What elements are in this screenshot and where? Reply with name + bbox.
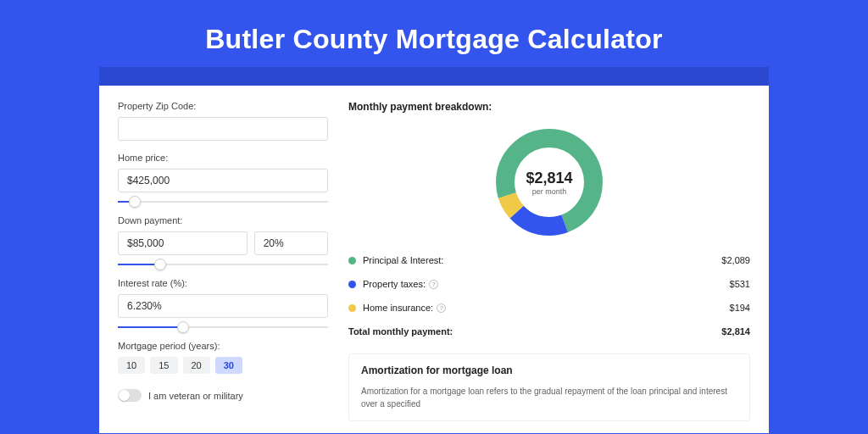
legend: Principal & Interest:$2,089Property taxe… [348, 248, 750, 320]
down-label: Down payment: [118, 215, 328, 225]
donut-center-value: $2,814 [526, 170, 572, 187]
legend-row: Property taxes:?$531 [348, 272, 750, 296]
legend-swatch [348, 304, 356, 312]
info-icon[interactable]: ? [429, 280, 438, 289]
header-banner [99, 67, 769, 86]
period-pills: 10152030 [118, 357, 328, 374]
legend-label: Principal & Interest: [363, 255, 443, 265]
donut-chart: $2,814 per month [348, 121, 750, 248]
period-option-10[interactable]: 10 [118, 357, 145, 374]
slider-fill [118, 326, 183, 328]
zip-label: Property Zip Code: [118, 101, 328, 111]
breakdown-title: Monthly payment breakdown: [348, 101, 750, 113]
rate-label: Interest rate (%): [118, 278, 328, 288]
donut-center-sub: per month [526, 187, 572, 196]
rate-input[interactable] [118, 294, 328, 318]
legend-total-label: Total monthly payment: [348, 326, 453, 337]
calculator-panel: Property Zip Code: Home price: Down paym… [99, 86, 769, 433]
legend-row: Principal & Interest:$2,089 [348, 248, 750, 272]
legend-total-amount: $2,814 [721, 326, 750, 337]
amortization-section: Amortization for mortgage loan Amortizat… [348, 353, 750, 421]
down-percent-input[interactable] [254, 231, 328, 255]
price-group: Home price: [118, 153, 328, 192]
period-option-20[interactable]: 20 [183, 357, 210, 374]
price-label: Home price: [118, 153, 328, 163]
legend-amount: $194 [730, 303, 750, 313]
amortization-title: Amortization for mortgage loan [361, 364, 737, 376]
legend-row: Home insurance:?$194 [348, 296, 750, 320]
period-group: Mortgage period (years): 10152030 [118, 341, 328, 374]
slider-track [118, 201, 328, 203]
legend-total-row: Total monthly payment: $2,814 [348, 320, 750, 343]
rate-group: Interest rate (%): [118, 278, 328, 318]
slider-thumb[interactable] [129, 196, 141, 208]
breakdown-column: Monthly payment breakdown: $2,814 per mo… [348, 101, 750, 408]
veteran-toggle[interactable] [118, 389, 142, 402]
down-amount-input[interactable] [118, 231, 248, 255]
legend-amount: $531 [730, 279, 750, 289]
zip-group: Property Zip Code: [118, 101, 328, 141]
price-slider[interactable] [118, 195, 328, 207]
donut-center: $2,814 per month [526, 170, 572, 196]
period-label: Mortgage period (years): [118, 341, 328, 351]
veteran-label: I am veteran or military [148, 391, 243, 401]
price-input[interactable] [118, 169, 328, 192]
amortization-text: Amortization for a mortgage loan refers … [361, 385, 737, 410]
period-option-15[interactable]: 15 [150, 357, 177, 374]
legend-label: Property taxes: [363, 279, 426, 289]
veteran-row: I am veteran or military [118, 389, 328, 402]
period-option-30[interactable]: 30 [215, 357, 242, 374]
legend-amount: $2,089 [721, 255, 750, 265]
legend-swatch [348, 281, 356, 288]
down-group: Down payment: [118, 215, 328, 255]
info-icon[interactable]: ? [437, 303, 446, 313]
toggle-knob [119, 390, 130, 401]
legend-swatch [348, 257, 356, 264]
page-title: Butler County Mortgage Calculator [0, 0, 868, 55]
slider-thumb[interactable] [177, 321, 189, 333]
slider-thumb[interactable] [154, 259, 166, 270]
rate-slider[interactable] [118, 320, 328, 332]
inputs-column: Property Zip Code: Home price: Down paym… [118, 101, 328, 408]
zip-input[interactable] [118, 117, 328, 141]
down-slider[interactable] [118, 258, 328, 270]
legend-label: Home insurance: [363, 303, 433, 313]
